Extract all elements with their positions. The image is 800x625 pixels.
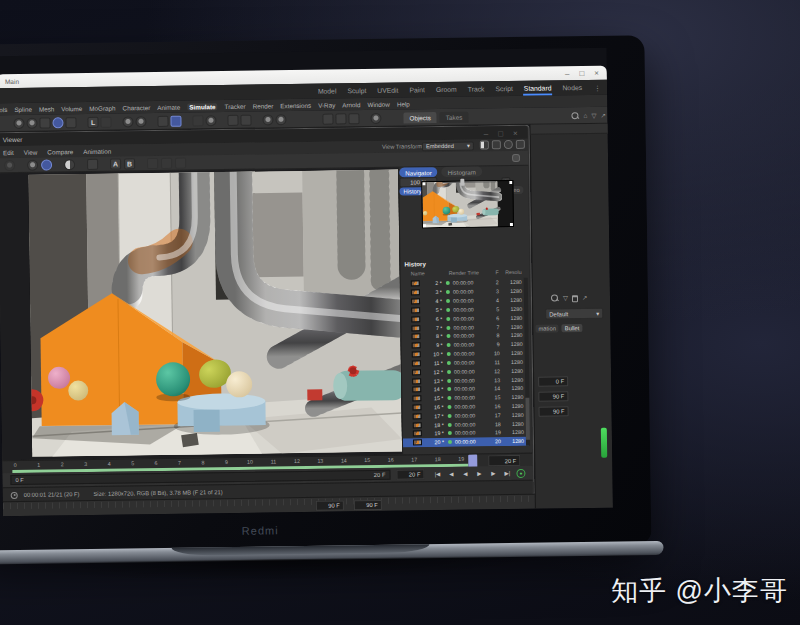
toolbar-icon[interactable]	[322, 113, 333, 124]
compare-a-button[interactable]: A	[110, 158, 121, 169]
render-voice-icon[interactable]	[512, 154, 520, 162]
layout-tab[interactable]: Nodes	[561, 82, 583, 95]
search-icon[interactable]	[571, 112, 579, 120]
view-transform-dropdown[interactable]: Embedded ▾	[422, 141, 474, 151]
toolbar-icon[interactable]	[39, 117, 50, 128]
download-icon[interactable]	[516, 140, 525, 149]
layout-tab[interactable]: Paint	[408, 84, 426, 97]
toolbar-icon[interactable]	[122, 116, 133, 127]
window-control-icon[interactable]: □	[579, 69, 584, 78]
side-panel-tab[interactable]: Histogram	[442, 166, 482, 177]
transport-button[interactable]: ▶|	[500, 467, 514, 479]
toolbar-icon[interactable]	[100, 116, 111, 127]
overflow-menu-icon[interactable]: ⋮	[592, 83, 603, 95]
transport-button[interactable]: ◀	[458, 468, 472, 480]
frame-field[interactable]: 0 F	[538, 376, 568, 386]
preset-dropdown[interactable]: Default ▾	[545, 308, 603, 320]
menu-item[interactable]: Render	[253, 102, 274, 109]
transport-button[interactable]: |◀	[430, 468, 444, 480]
toolbar-icon-active[interactable]	[52, 117, 63, 128]
toolbar-icon[interactable]	[370, 112, 381, 123]
filter-icon[interactable]: ▽	[563, 295, 568, 302]
app-frame-field[interactable]: 90 F	[316, 500, 344, 510]
layout-tab[interactable]: Model	[317, 85, 338, 98]
menu-item[interactable]: Spline	[14, 105, 32, 112]
navigator-thumbnail[interactable]	[421, 180, 514, 228]
window-control-icon[interactable]: ×	[513, 128, 518, 137]
menu-item[interactable]: Tracker	[225, 102, 246, 109]
menu-item[interactable]: Simulate	[187, 103, 217, 110]
menu-item[interactable]: View	[24, 148, 38, 155]
compare-b-button[interactable]: B	[124, 158, 135, 169]
menu-item[interactable]: Volume	[61, 105, 82, 112]
layout-tab[interactable]: Standard	[523, 82, 553, 95]
transport-button[interactable]: ▶	[486, 467, 500, 479]
menu-item[interactable]: Compare	[47, 148, 73, 155]
contrast-icon[interactable]	[64, 159, 75, 170]
toolbar-icon[interactable]	[348, 113, 359, 124]
compare-icon[interactable]	[87, 158, 98, 169]
layout-tab[interactable]: Script	[494, 83, 514, 96]
layout-tab[interactable]: UVEdit	[376, 85, 399, 98]
window-control-icon[interactable]: ×	[594, 68, 599, 77]
menu-item[interactable]: ols	[0, 106, 7, 113]
split-view-icon[interactable]	[480, 140, 489, 149]
menu-item[interactable]: Character	[122, 104, 150, 111]
menu-item[interactable]: Extensions	[280, 101, 311, 108]
end-frame-field[interactable]: 20 F	[488, 455, 520, 466]
home-icon[interactable]: ⌂	[583, 113, 587, 120]
toolbar-icon[interactable]	[227, 114, 238, 125]
layout-tab[interactable]: Sculpt	[346, 85, 367, 98]
layout-tab[interactable]: Track	[467, 83, 486, 96]
new-window-icon[interactable]: ↗	[600, 112, 606, 119]
frame-field[interactable]: 90 F	[538, 391, 568, 401]
window-control-icon[interactable]: –	[565, 69, 570, 78]
toolbar-icon[interactable]	[13, 117, 24, 128]
menu-item[interactable]: Help	[397, 100, 410, 107]
toolbar-icon[interactable]	[335, 113, 346, 124]
layout-tab[interactable]: Groom	[435, 84, 458, 97]
zoom-slider-knob[interactable]	[460, 178, 464, 185]
transport-button[interactable]: ▶	[472, 467, 486, 479]
menu-item[interactable]: V-Ray	[318, 101, 335, 108]
manager-tab[interactable]: Takes	[440, 112, 469, 123]
toolbar-icon[interactable]	[192, 115, 203, 126]
toolbar-icon[interactable]	[262, 114, 273, 125]
app-frame-field[interactable]: 90 F	[354, 500, 382, 510]
menu-item[interactable]: Animation	[83, 147, 111, 154]
search-icon[interactable]	[551, 294, 559, 302]
viewer-tool-icon[interactable]	[147, 157, 158, 168]
toolbar-icon[interactable]	[26, 117, 37, 128]
transport-button[interactable]: ◀	[444, 468, 458, 480]
toolbar-icon[interactable]	[65, 117, 76, 128]
side-panel-tab[interactable]: Navigator	[399, 167, 438, 178]
toolbar-icon[interactable]	[240, 114, 251, 125]
menu-item[interactable]: Mesh	[39, 105, 55, 112]
menu-item[interactable]: Window	[367, 100, 390, 107]
toolbar-icon[interactable]: L	[87, 116, 98, 127]
open-icon[interactable]: ↗	[582, 295, 588, 302]
window-control-icon[interactable]: –	[484, 129, 489, 138]
toolbar-icon[interactable]	[135, 116, 146, 127]
toolbar-icon[interactable]	[157, 115, 168, 126]
menu-item[interactable]: MoGraph	[89, 104, 115, 111]
menu-item[interactable]: Edit	[3, 148, 14, 155]
toolbar-icon[interactable]	[275, 114, 286, 125]
trash-icon[interactable]	[572, 295, 578, 302]
current-frame-field[interactable]: 20 F	[396, 469, 424, 479]
external-window-icon[interactable]	[492, 140, 501, 149]
menu-item[interactable]: Arnold	[342, 101, 360, 108]
attribute-tab[interactable]: mation	[535, 324, 559, 332]
frame-field[interactable]: 90 F	[539, 406, 569, 416]
viewer-tool-icon[interactable]	[27, 159, 38, 170]
attribute-tab[interactable]: Bullet	[562, 324, 583, 332]
filter-icon[interactable]: ▽	[591, 113, 596, 120]
viewer-tool-icon[interactable]	[175, 157, 186, 168]
viewer-tool-icon-active[interactable]	[41, 159, 52, 170]
manager-tab[interactable]: Objects	[403, 112, 437, 123]
viewer-tool-icon[interactable]	[4, 159, 15, 170]
history-row[interactable]: 20 * 00:00:00 20 1280	[403, 437, 529, 448]
window-control-icon[interactable]: □	[498, 129, 503, 138]
record-button[interactable]: ●	[516, 468, 525, 477]
settings-gear-icon[interactable]	[504, 140, 513, 149]
